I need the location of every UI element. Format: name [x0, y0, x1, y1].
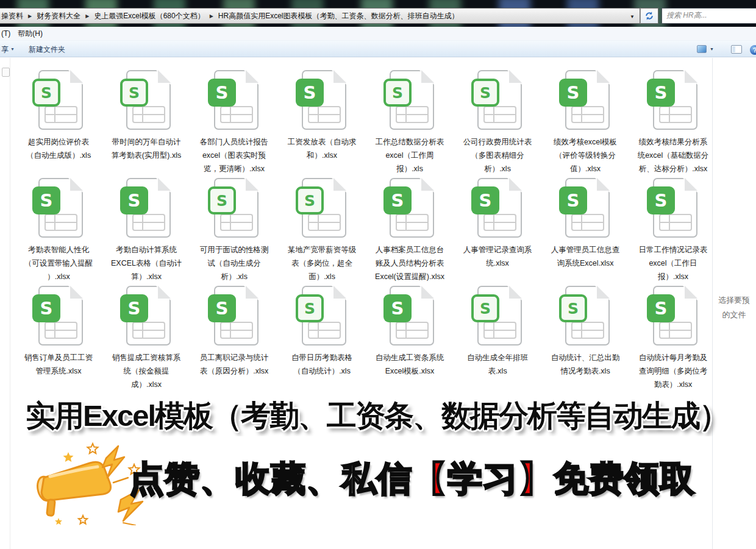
spreadsheet-file-icon: S [383, 178, 436, 238]
wps-s-badge-icon: S [559, 79, 587, 107]
wps-s-badge-icon: S [32, 294, 60, 322]
table-grid-glyph [45, 214, 77, 231]
nav-pane-edge [0, 58, 10, 549]
spreadsheet-file-icon: S [120, 70, 173, 130]
wps-s-badge-icon: S [120, 79, 148, 107]
spreadsheet-file-icon: S [208, 70, 260, 130]
spreadsheet-file-icon: S [647, 178, 699, 238]
file-name: 某地产宽带薪资等级表（多岗位，超全面）.xls [285, 243, 359, 283]
breadcrumb-item[interactable]: HR高颜值实用Excel图表模板（考勤、工资条、数据分析、排班自动生成） [217, 11, 460, 21]
table-grid-glyph [396, 106, 429, 123]
file-item[interactable]: S 考勤自动计算系统EXCEL表格（自动计算）.xlsx [102, 178, 190, 286]
wps-s-badge-icon: S [208, 186, 236, 214]
wps-s-badge-icon: S [559, 186, 587, 214]
table-grid-glyph [132, 322, 165, 339]
spreadsheet-file-icon: S [647, 70, 699, 130]
breadcrumb-item[interactable]: 操资料 [0, 11, 24, 21]
file-item[interactable]: S 工资发放表（自动求和）.xlsx [278, 70, 366, 178]
table-grid-glyph [483, 322, 516, 339]
nav-pane-item[interactable] [2, 68, 10, 77]
file-item[interactable]: S 人事档案员工信息台账及人员结构分析表Excel(设置提醒).xlsx [366, 178, 454, 286]
wps-s-badge-icon: S [471, 294, 499, 322]
file-item[interactable]: S 销售订单及员工工资管理系统.xlsx [15, 286, 102, 394]
breadcrumb-item[interactable]: 财务资料大全 [35, 11, 82, 21]
preview-pane-hint: 选择要预 的文件 [712, 293, 756, 322]
file-item[interactable]: S 公司行政费用统计表（多图表精细分析）.xls [454, 70, 541, 178]
file-item[interactable]: S 超实用岗位评价表（自动生成版）.xls [15, 70, 102, 178]
table-grid-glyph [45, 106, 77, 123]
breadcrumb[interactable]: 操资料 ▶ 财务资料大全 ▶ 史上最强Excel模板（680个文档） ▶ HR高… [0, 8, 640, 24]
spreadsheet-file-icon: S [32, 70, 85, 130]
subline-text: 免费领取 [554, 459, 695, 498]
menu-item-tools[interactable]: (T) [0, 29, 14, 38]
explorer-window: { "address_bar": { "breadcrumbs": [ "操资料… [0, 0, 756, 549]
file-item[interactable]: S 自动生成工资条系统Excel模板.xlsx [366, 286, 454, 394]
file-item[interactable]: S 考勤表智能人性化（可设置带输入提醒 ）.xlsx [15, 178, 102, 286]
promo-headline: 实用Excel模板（考勤、工资条、数据分析等自动生成） [26, 396, 756, 436]
file-item[interactable]: S 人事管理员工信息查询系统Excel.xlsx [541, 178, 629, 286]
table-grid-glyph [220, 322, 253, 339]
file-name: 公司行政费用统计表（多图表精细分析）.xls [460, 135, 535, 175]
table-grid-glyph [659, 322, 692, 339]
file-item[interactable]: S 人事管理记录查询系统.xlsx [454, 178, 541, 286]
file-item[interactable]: S 自动统计、汇总出勤情况考勤表.xls [541, 286, 629, 394]
highlight-learn: 【学习】 [412, 459, 554, 498]
file-item[interactable]: S 员工离职记录与统计表（原因分析）.xlsx [190, 286, 278, 394]
breadcrumb-item[interactable]: 史上最强Excel模板（680个文档） [93, 11, 205, 21]
table-grid-glyph [220, 214, 253, 231]
wps-s-badge-icon: S [647, 186, 675, 214]
file-item[interactable]: S 工作总结数据分析表excel（工作周报）.xls [366, 70, 454, 178]
file-name: 自动生成工资条系统Excel模板.xlsx [373, 351, 447, 378]
file-name: 销售提成工资核算系统（按金额提成）.xlsx [109, 351, 184, 391]
search-input[interactable] [666, 11, 752, 19]
file-item[interactable]: S 销售提成工资核算系统（按金额提成）.xlsx [102, 286, 190, 394]
spreadsheet-file-icon: S [296, 178, 348, 238]
search-box[interactable] [661, 8, 756, 24]
file-item[interactable]: S 日常工作情况记录表excel（工作日报）.xlsx [629, 178, 717, 286]
wps-s-badge-icon: S [647, 294, 675, 322]
help-button[interactable]: ? [750, 45, 756, 55]
file-item[interactable]: S 可用于面试的性格测试（自动生成分析）.xls [190, 178, 278, 286]
wps-s-badge-icon: S [383, 186, 412, 214]
file-item[interactable]: S 各部门人员统计报告excel（图表实时预览，更清晰）.xlsx [190, 70, 278, 178]
table-grid-glyph [571, 106, 604, 123]
spreadsheet-file-icon: S [559, 70, 612, 130]
table-grid-glyph [308, 214, 341, 231]
file-name: 自动统计每月考勤及查询明细（多岗位考勤表）.xlsx [636, 351, 710, 391]
table-grid-glyph [308, 322, 341, 339]
file-item[interactable]: S 自动统计每月考勤及查询明细（多岗位考勤表）.xlsx [629, 286, 717, 394]
table-grid-glyph [396, 214, 429, 231]
promo-subline: 点赞、收藏、私信【学习】免费领取 [129, 456, 695, 503]
file-name: 日常工作情况记录表excel（工作日报）.xlsx [636, 243, 710, 283]
file-item[interactable]: S 自带日历考勤表格（自动统计）.xls [278, 286, 366, 394]
share-dropdown-icon[interactable]: ▼ [10, 47, 15, 51]
menu-item-help[interactable]: 帮助(H) [14, 29, 46, 39]
views-button[interactable]: ▼ [697, 44, 718, 55]
preview-pane-button[interactable] [731, 45, 742, 54]
address-dropdown-icon[interactable]: ▼ [630, 14, 635, 19]
file-item[interactable]: S 某地产宽带薪资等级表（多岗位，超全面）.xls [278, 178, 366, 286]
wps-s-badge-icon: S [120, 186, 148, 214]
file-item[interactable]: S 自动生成全年排班表.xls [454, 286, 541, 394]
table-grid-glyph [659, 214, 692, 231]
file-name: 可用于面试的性格测试（自动生成分析）.xls [197, 243, 271, 283]
share-button[interactable]: 享 [1, 44, 9, 55]
refresh-button[interactable] [640, 8, 658, 24]
file-name: 考勤表智能人性化（可设置带输入提醒 ）.xlsx [21, 243, 96, 283]
file-item[interactable]: S 绩效考核结果分析系统excel（基础数据分析、达标分析）.xlsx [629, 70, 717, 178]
spreadsheet-file-icon: S [559, 178, 612, 238]
table-grid-glyph [220, 106, 253, 123]
file-name: 自动统计、汇总出勤情况考勤表.xls [548, 351, 622, 378]
file-item[interactable]: S 绩效考核excel模板（评价等级转换分值）.xlsx [541, 70, 629, 178]
command-toolbar [0, 40, 756, 57]
spreadsheet-file-icon: S [647, 286, 699, 345]
spreadsheet-file-icon: S [296, 286, 348, 345]
file-item[interactable]: S 带时间的万年自动计算考勤表(实用型).xls [102, 70, 190, 178]
breadcrumb-arrow-icon: ▶ [206, 13, 217, 19]
file-name: 工资发放表（自动求和）.xlsx [285, 135, 359, 162]
file-name: 自动生成全年排班表.xls [460, 351, 535, 378]
spreadsheet-file-icon: S [296, 70, 348, 130]
table-grid-glyph [483, 106, 516, 123]
new-folder-button[interactable]: 新建文件夹 [29, 44, 65, 55]
wps-s-badge-icon: S [296, 294, 324, 322]
